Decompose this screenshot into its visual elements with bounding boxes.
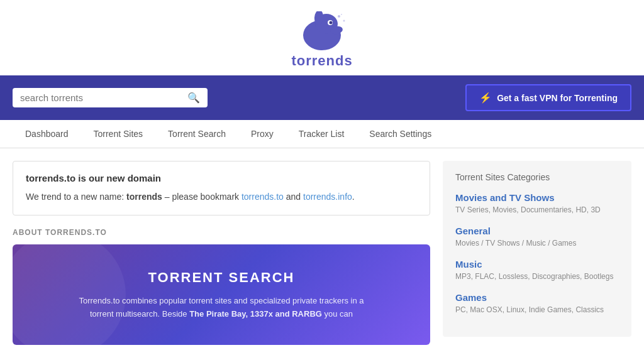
logo-section: torrends: [0, 0, 644, 75]
logo-container: torrends: [291, 11, 352, 69]
nav-item-tracker-list[interactable]: Tracker List: [286, 120, 357, 148]
banner-title: TORRENT SEARCH: [31, 270, 411, 286]
nav-item-dashboard[interactable]: Dashboard: [13, 120, 81, 148]
notice-body: We trend to a new name: torrends – pleas…: [26, 190, 417, 204]
nav-item-torrent-sites[interactable]: Torrent Sites: [81, 120, 156, 148]
nav-item-proxy[interactable]: Proxy: [238, 120, 286, 148]
search-input[interactable]: [20, 92, 187, 103]
svg-point-8: [341, 14, 342, 15]
notice-text-before: We trend to a new name:: [26, 192, 126, 202]
main-content: torrends.to is our new domain We trend t…: [0, 148, 644, 357]
banner-desc-end: you can: [322, 309, 353, 319]
category-desc-games: PC, Mac OSX, Linux, Indie Games, Classic…: [455, 305, 619, 314]
category-desc-movies: TV Series, Movies, Documentaries, HD, 3D: [455, 205, 619, 214]
left-column: torrends.to is our new domain We trend t…: [13, 161, 430, 345]
category-desc-general: Movies / TV Shows / Music / Games: [455, 239, 619, 248]
about-label: ABOUT TORRENDS.TO: [13, 228, 430, 237]
svg-point-5: [330, 21, 333, 25]
category-title-music[interactable]: Music: [455, 259, 619, 270]
nav-link-dashboard[interactable]: Dashboard: [13, 120, 81, 148]
notice-link2[interactable]: torrends.info: [303, 192, 352, 202]
category-title-movies[interactable]: Movies and TV Shows: [455, 192, 619, 203]
search-input-wrap: 🔍: [13, 88, 208, 107]
notice-text-after: and: [284, 192, 303, 202]
nav-item-torrent-search[interactable]: Torrent Search: [155, 120, 238, 148]
sidebar-box: Torrent Sites Categories Movies and TV S…: [443, 161, 631, 337]
banner: TORRENT SEARCH Torrends.to combines popu…: [13, 244, 430, 345]
nav-item-search-settings[interactable]: Search Settings: [357, 120, 444, 148]
notice-bold: torrends: [126, 192, 162, 202]
notice-title: torrends.to is our new domain: [26, 173, 417, 183]
category-item-music[interactable]: Music MP3, FLAC, Lossless, Discographies…: [455, 259, 619, 281]
svg-point-7: [343, 20, 345, 22]
nav-link-search-settings[interactable]: Search Settings: [357, 120, 444, 148]
vpn-button[interactable]: ⚡ Get a fast VPN for Torrenting: [465, 84, 631, 111]
nav-link-tracker-list[interactable]: Tracker List: [286, 120, 357, 148]
category-item-general[interactable]: General Movies / TV Shows / Music / Game…: [455, 226, 619, 248]
notice-text-end: .: [352, 192, 355, 202]
search-icon[interactable]: 🔍: [187, 92, 200, 104]
notice-box: torrends.to is our new domain We trend t…: [13, 161, 430, 215]
vpn-label: Get a fast VPN for Torrenting: [497, 93, 618, 103]
nav-link-proxy[interactable]: Proxy: [238, 120, 286, 148]
nav-link-torrent-sites[interactable]: Torrent Sites: [81, 120, 156, 148]
banner-bold: The Pirate Bay, 1337x and RARBG: [189, 309, 322, 319]
category-title-general[interactable]: General: [455, 226, 619, 236]
svg-point-6: [338, 15, 340, 18]
notice-text-middle: – please bookmark: [162, 192, 242, 202]
search-bar: 🔍 ⚡ Get a fast VPN for Torrenting: [0, 75, 644, 120]
banner-description: Torrends.to combines popular torrent sit…: [70, 295, 372, 321]
right-column: Torrent Sites Categories Movies and TV S…: [443, 161, 631, 345]
category-item-movies[interactable]: Movies and TV Shows TV Series, Movies, D…: [455, 192, 619, 214]
nav-link-torrent-search[interactable]: Torrent Search: [155, 120, 238, 148]
category-title-games[interactable]: Games: [455, 292, 619, 303]
category-item-games[interactable]: Games PC, Mac OSX, Linux, Indie Games, C…: [455, 292, 619, 314]
notice-link1[interactable]: torrends.to: [242, 192, 284, 202]
nav-bar: Dashboard Torrent Sites Torrent Search P…: [0, 120, 644, 148]
logo-text: torrends: [291, 53, 352, 69]
bolt-icon: ⚡: [479, 92, 492, 104]
category-desc-music: MP3, FLAC, Lossless, Discographies, Boot…: [455, 272, 619, 281]
sidebar-title: Torrent Sites Categories: [455, 172, 619, 182]
nav-list: Dashboard Torrent Sites Torrent Search P…: [13, 120, 631, 148]
logo-animal-icon: [294, 11, 350, 55]
